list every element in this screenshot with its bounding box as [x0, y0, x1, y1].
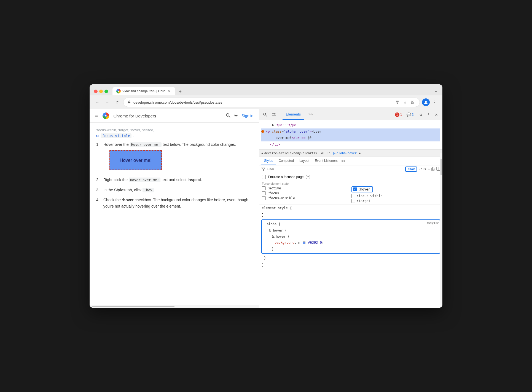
window-chevron-icon[interactable]: ⌄: [434, 87, 438, 93]
layout-tab[interactable]: Layout: [297, 157, 312, 165]
chrome-logo-icon: [103, 112, 109, 119]
error-badge[interactable]: 1 1: [395, 112, 402, 117]
devtools-panel: Elements >> 1 1 💬 3 ⚙ ⋮ ✕: [259, 109, 442, 308]
active-tab[interactable]: View and change CSS | Chro ✕: [112, 87, 175, 95]
svg-rect-4: [413, 101, 414, 102]
dom-line-selected[interactable]: <p class="aloha hover">Hover: [261, 128, 440, 135]
nav-bar: ← → ↺ developer.chrome.com/docs/devtools…: [90, 95, 442, 109]
elements-tab[interactable]: Elements: [283, 109, 304, 120]
header-search-icon[interactable]: [225, 113, 230, 119]
state-checkboxes-right: :hover :focus-within :target: [351, 186, 440, 203]
svg-rect-15: [272, 113, 275, 115]
breadcrumb-bar: ◀ devsite-article-body.clearfix. ol li p…: [259, 150, 442, 157]
chrome-header: ≡ Chrome for Developers ☀ Sign in: [90, 109, 259, 123]
dom-line-selected-2[interactable]: over me!</p> == $0: [261, 135, 440, 141]
window-controls: ⌄: [434, 87, 438, 95]
css-highlighted-block: .aloha { &.hover { &:hover { background:…: [261, 219, 440, 254]
add-rule-icon[interactable]: +: [428, 167, 430, 172]
back-button[interactable]: ←: [93, 98, 101, 106]
focus-within-checkbox[interactable]: [351, 194, 355, 198]
hov-button[interactable]: :hov: [405, 167, 417, 172]
breadcrumb-item-3[interactable]: li: [327, 151, 331, 155]
css-selector-hover-class: &.hover {: [269, 229, 287, 232]
styles-tab[interactable]: Styles: [261, 157, 276, 165]
profile-button[interactable]: [422, 98, 430, 106]
address-bar[interactable]: developer.chrome.com/docs/devtools/css#p…: [123, 98, 420, 107]
css-block-container: <style> .aloha { &.hover { &:hover { bac…: [259, 219, 442, 268]
focus-visible-checkbox[interactable]: [262, 196, 266, 200]
focus-within-label: :focus-within: [357, 194, 383, 198]
chrome-more-button[interactable]: ⋮: [431, 98, 439, 106]
bookmark-icon[interactable]: ☆: [402, 99, 408, 105]
focused-page-row: Emulate a focused page ?: [259, 173, 442, 181]
tabs-more-button[interactable]: >>: [305, 109, 316, 120]
styles-more-button[interactable]: >>: [340, 157, 346, 165]
focus-visible-link[interactable]: focus-visible: [101, 133, 131, 138]
breadcrumb-prev-icon[interactable]: ◀: [261, 151, 263, 155]
svg-rect-3: [411, 101, 412, 102]
color-swatch-box[interactable]: [303, 241, 305, 244]
download-icon[interactable]: [394, 99, 400, 105]
svg-point-8: [226, 114, 229, 116]
sign-in-button[interactable]: Sign in: [241, 114, 253, 118]
filter-input[interactable]: [267, 167, 404, 171]
extensions-icon[interactable]: [410, 99, 416, 105]
devtools-close-button[interactable]: ✕: [432, 111, 440, 119]
maximize-traffic-light[interactable]: [104, 90, 108, 93]
breadcrumb-next-icon[interactable]: ▶: [359, 151, 361, 155]
title-bar: View and change CSS | Chro ✕ + ⌄: [90, 84, 442, 95]
css-source-label: <style>: [426, 221, 439, 225]
message-badge[interactable]: 💬 3: [407, 112, 414, 117]
css-rule-background: background: ▶ #6393f0;: [264, 240, 437, 246]
refresh-button[interactable]: ↺: [113, 98, 121, 106]
tab-close-button[interactable]: ✕: [167, 89, 171, 93]
svg-rect-5: [411, 103, 412, 104]
element-style-selector: element.style {: [262, 206, 292, 210]
step-number: 1.: [96, 141, 101, 173]
event-listeners-tab[interactable]: Event Listeners: [312, 157, 340, 165]
hamburger-menu-icon[interactable]: ≡: [95, 113, 98, 119]
target-row: :target: [351, 199, 440, 203]
breadcrumb-item-2[interactable]: ol: [321, 151, 325, 155]
toggle-sidebar-icon[interactable]: [436, 167, 440, 171]
step-number: 2.: [96, 177, 101, 183]
force-state-label: Force element state: [259, 181, 442, 186]
svg-rect-16: [275, 114, 276, 115]
css-rule-hover: &:hover {: [264, 233, 437, 240]
theme-toggle-icon[interactable]: ☀: [234, 113, 238, 119]
active-checkbox[interactable]: [262, 186, 266, 190]
step-content: Right-click the Hover over me! text and …: [103, 177, 252, 183]
step-content: Hover over the Hover over me! text below…: [103, 141, 252, 173]
orange-dot: [261, 130, 264, 133]
color-swatch-arrow[interactable]: ▶: [299, 241, 300, 244]
hover-checkbox[interactable]: [353, 187, 357, 191]
breadcrumb-item-4[interactable]: p.aloha.hover: [333, 151, 357, 155]
element-style-rule: element.style {: [259, 205, 442, 211]
hover-demo-box[interactable]: Hover over me!: [109, 150, 162, 170]
svg-rect-17: [432, 167, 435, 170]
breadcrumb-item-1[interactable]: devsite-article-body.clearfix.: [264, 151, 319, 155]
close-traffic-light[interactable]: [94, 90, 98, 93]
focus-checkbox[interactable]: [262, 191, 266, 195]
help-icon[interactable]: ?: [306, 175, 310, 179]
computed-tab[interactable]: Computed: [276, 157, 297, 165]
minimize-traffic-light[interactable]: [99, 90, 103, 93]
new-tab-button[interactable]: +: [176, 88, 184, 95]
copy-style-icon[interactable]: [431, 167, 435, 171]
devtools-topbar: Elements >> 1 1 💬 3 ⚙ ⋮ ✕: [259, 109, 442, 120]
target-checkbox[interactable]: [351, 199, 355, 203]
focused-page-checkbox[interactable]: [262, 175, 266, 179]
error-count: 1: [400, 113, 402, 117]
cls-button[interactable]: .cls: [419, 167, 426, 171]
svg-line-14: [265, 113, 265, 113]
forward-button[interactable]: →: [103, 98, 111, 106]
device-emulation-icon[interactable]: [270, 111, 278, 119]
devtools-settings-icon[interactable]: ⚙: [417, 111, 425, 119]
hover-box-label: Hover over me!: [120, 157, 152, 164]
devtools-scroll-thumb: [440, 159, 442, 175]
active-state-row: :active: [262, 186, 350, 190]
devtools-scrollbar[interactable]: [440, 153, 442, 308]
devtools-more-icon[interactable]: ⋮: [426, 111, 431, 119]
inspect-element-icon[interactable]: [261, 111, 269, 119]
page-scrollbar[interactable]: [90, 305, 259, 308]
